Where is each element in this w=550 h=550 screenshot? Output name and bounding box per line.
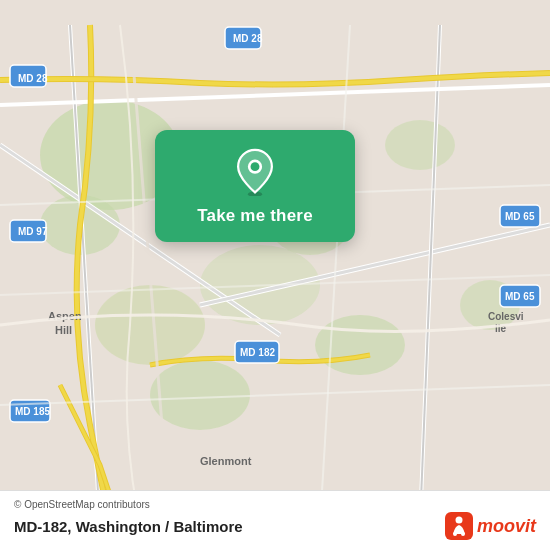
svg-point-3 (150, 360, 250, 430)
location-row: MD-182, Washington / Baltimore moovit (14, 512, 536, 540)
copyright-text: © OpenStreetMap contributors (14, 499, 536, 510)
svg-point-47 (455, 517, 462, 524)
svg-text:MD 28: MD 28 (18, 73, 48, 84)
svg-text:Hill: Hill (55, 324, 72, 336)
navigation-card[interactable]: Take me there (155, 130, 355, 242)
svg-text:MD 182: MD 182 (240, 347, 275, 358)
take-me-there-button[interactable]: Take me there (197, 206, 313, 226)
svg-point-8 (95, 285, 205, 365)
svg-point-48 (453, 532, 457, 536)
svg-text:MD 28: MD 28 (233, 33, 263, 44)
svg-text:MD 185: MD 185 (15, 406, 50, 417)
moovit-brand-name: moovit (477, 516, 536, 537)
svg-text:MD 97: MD 97 (18, 226, 48, 237)
moovit-brand-icon (445, 512, 473, 540)
svg-text:Colesvi: Colesvi (488, 311, 524, 322)
svg-text:MD 65: MD 65 (505, 211, 535, 222)
svg-point-5 (385, 120, 455, 170)
pin-icon (231, 148, 279, 196)
svg-point-7 (315, 315, 405, 375)
map-container: MD 97 MD 28 MD 28 MD 185 MD 182 MD 65 MD… (0, 0, 550, 550)
svg-point-45 (251, 162, 260, 171)
svg-text:MD 65: MD 65 (505, 291, 535, 302)
svg-text:Glenmont: Glenmont (200, 455, 252, 467)
location-name: MD-182, Washington / Baltimore (14, 518, 243, 535)
svg-point-49 (461, 532, 465, 536)
moovit-logo: moovit (445, 512, 536, 540)
bottom-bar: © OpenStreetMap contributors MD-182, Was… (0, 490, 550, 550)
